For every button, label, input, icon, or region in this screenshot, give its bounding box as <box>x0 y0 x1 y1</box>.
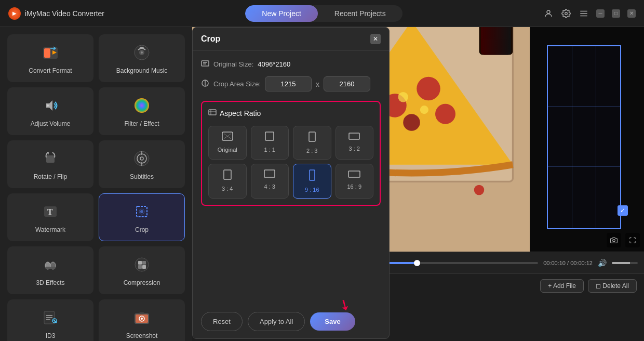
aspect-3-4[interactable]: 3 : 4 <box>208 164 247 199</box>
svg-point-21 <box>140 210 143 213</box>
svg-rect-73 <box>481 27 512 55</box>
aspect-9-16[interactable]: 9 : 16 <box>293 164 331 199</box>
svg-rect-46 <box>265 132 274 140</box>
svg-rect-44 <box>209 110 216 115</box>
convert-format-icon <box>40 42 61 63</box>
filter-effect-icon <box>131 95 152 116</box>
crop-height-input[interactable] <box>324 76 370 91</box>
expand-icon-button[interactable] <box>625 233 640 247</box>
sidebar: Convert Format Background Music <box>0 27 192 341</box>
sidebar-label-screenshot: Screenshot <box>126 332 158 339</box>
close-button[interactable]: ✕ <box>627 9 636 18</box>
crop-area-icon <box>201 79 209 89</box>
save-button[interactable]: Save <box>310 312 355 331</box>
sidebar-item-filter-effect[interactable]: Filter / Effect <box>99 87 185 135</box>
original-size-row: Original Size: 4096*2160 <box>201 59 381 69</box>
apply-to-all-button[interactable]: Apply to All <box>248 312 305 331</box>
crop-dialog-header: Crop ✕ <box>193 28 389 51</box>
sidebar-item-3d-effects[interactable]: 3D Effects <box>7 246 93 294</box>
recent-projects-tab[interactable]: Recent Projects <box>318 5 403 22</box>
original-size-value: 4096*2160 <box>258 60 290 68</box>
add-file-button[interactable]: + Add File <box>540 279 584 293</box>
svg-point-26 <box>135 258 149 271</box>
sidebar-label-compression: Compression <box>124 279 160 286</box>
sidebar-label-3d-effects: 3D Effects <box>36 279 64 286</box>
maximize-button[interactable]: □ <box>612 9 620 18</box>
aspect-9-16-label: 9 : 16 <box>305 187 319 193</box>
sidebar-item-crop[interactable]: Crop <box>99 193 185 241</box>
watermark-icon: T <box>40 201 61 222</box>
svg-point-11 <box>135 98 149 113</box>
aspect-2-3[interactable]: 2 : 3 <box>293 126 331 160</box>
svg-point-80 <box>613 239 615 242</box>
crop-width-input[interactable] <box>265 76 312 91</box>
aspect-original[interactable]: Original <box>208 126 247 160</box>
user-icon[interactable] <box>543 8 554 19</box>
titlebar: ▶ iMyMac Video Converter New Project Rec… <box>0 0 644 27</box>
crop-dialog-body: Original Size: 4096*2160 Crop Area Size:… <box>193 51 389 305</box>
sidebar-item-id3[interactable]: ID3 <box>7 299 93 341</box>
sidebar-item-adjust-volume[interactable]: Adjust Volume <box>7 87 93 135</box>
sidebar-label-id3: ID3 <box>46 332 56 339</box>
svg-point-9 <box>141 51 143 54</box>
svg-rect-6 <box>44 48 50 58</box>
svg-point-1 <box>565 12 568 15</box>
crop-close-button[interactable]: ✕ <box>370 34 381 44</box>
aspect-ratio-title: Aspect Ratio <box>220 109 261 117</box>
sidebar-item-convert-format[interactable]: Convert Format <box>7 34 93 82</box>
volume-bar[interactable] <box>612 262 638 264</box>
minimize-button[interactable]: ─ <box>596 9 605 18</box>
sidebar-item-rotate-flip[interactable]: Rotate / Flip <box>7 140 93 188</box>
screenshot-icon <box>131 307 152 328</box>
crop-dialog-title: Crop <box>201 34 220 44</box>
sidebar-label-adjust-volume: Adjust Volume <box>31 120 71 127</box>
delete-all-button[interactable]: ◻ Delete All <box>588 279 637 293</box>
svg-point-68 <box>435 104 455 124</box>
new-project-tab[interactable]: New Project <box>245 5 317 22</box>
titlebar-left: ▶ iMyMac Video Converter <box>8 7 104 20</box>
crop-icon <box>131 201 152 222</box>
aspect-2-3-label: 2 : 3 <box>306 148 317 154</box>
aspect-16-9-label: 16 : 9 <box>347 183 361 190</box>
rotate-flip-icon <box>40 148 61 169</box>
aspect-3-2-label: 3 : 2 <box>349 146 360 152</box>
current-time: 00:00:10 <box>543 260 566 266</box>
aspect-original-icon <box>222 132 233 143</box>
svg-point-10 <box>47 104 49 107</box>
subtitles-icon <box>131 148 152 169</box>
volume-fill <box>612 262 630 264</box>
crop-area-size-row: Crop Area Size: x <box>201 76 381 91</box>
sidebar-item-subtitles[interactable]: Subtitles <box>99 140 185 188</box>
svg-rect-30 <box>142 265 146 269</box>
aspect-3-2[interactable]: 3 : 2 <box>336 126 374 160</box>
reset-button[interactable]: Reset <box>201 312 243 331</box>
crop-dialog: Crop ✕ Original Size: 4096*2160 <box>192 27 390 339</box>
id3-icon <box>40 307 61 328</box>
svg-rect-12 <box>46 155 55 163</box>
sidebar-item-watermark[interactable]: T Watermark <box>7 193 93 241</box>
aspect-ratio-icon <box>208 108 217 119</box>
compression-icon <box>131 254 152 275</box>
aspect-1-1[interactable]: 1 : 1 <box>251 126 289 160</box>
preview-action-icons <box>607 233 640 247</box>
aspect-original-label: Original <box>218 147 237 153</box>
aspect-3-4-label: 3 : 4 <box>222 186 233 192</box>
svg-point-0 <box>547 10 550 14</box>
svg-point-79 <box>474 185 485 195</box>
aspect-ratio-section: Aspect Ratio Original <box>201 101 381 206</box>
camera-icon-button[interactable] <box>607 233 621 247</box>
aspect-ratio-title-row: Aspect Ratio <box>208 108 373 119</box>
sidebar-item-screenshot[interactable]: Screenshot <box>99 299 185 341</box>
menu-icon[interactable] <box>579 8 589 19</box>
svg-point-71 <box>420 106 428 114</box>
aspect-16-9[interactable]: 16 : 9 <box>336 164 374 199</box>
crop-dialog-footer: ➘ Reset Apply to All Save <box>193 305 389 338</box>
sidebar-item-compression[interactable]: Compression <box>99 246 185 294</box>
aspect-4-3[interactable]: 4 : 3 <box>251 164 289 199</box>
svg-rect-48 <box>349 133 359 139</box>
svg-rect-28 <box>142 261 146 265</box>
svg-rect-40 <box>139 312 144 314</box>
settings-icon[interactable] <box>561 8 571 19</box>
aspect-4-3-icon <box>264 169 275 180</box>
sidebar-item-background-music[interactable]: Background Music <box>99 34 185 82</box>
